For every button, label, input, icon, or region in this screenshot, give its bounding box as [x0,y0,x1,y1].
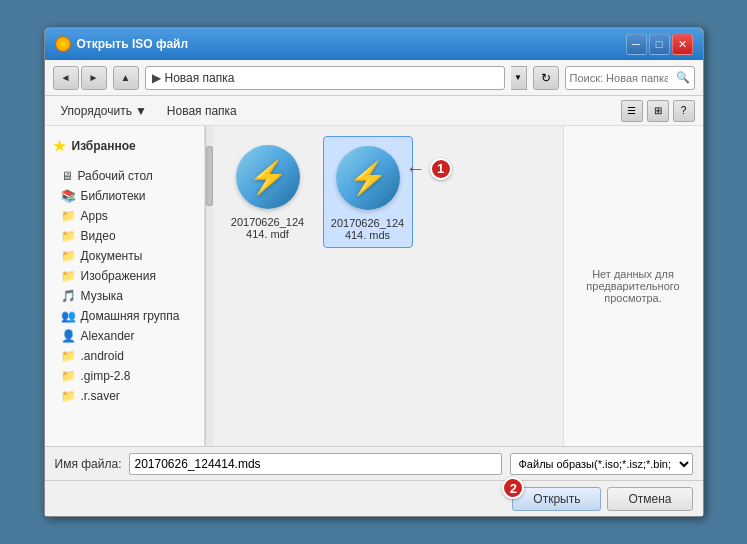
preview-panel: Нет данных для предварительного просмотр… [563,126,703,446]
favorites-section: ★ Избранное [45,134,204,158]
folder-icon-apps: 📁 [61,209,76,223]
file-icon-container-mdf [233,142,303,212]
file-icon-container-mds [333,143,403,213]
back-button[interactable]: ◄ [53,66,79,90]
sidebar-label-homegroup: Домашняя группа [81,309,180,323]
title-bar: Открыть ISO файл ─ □ ✕ [45,28,703,60]
monitor-icon: 🖥 [61,169,73,183]
preview-text: Нет данных для предварительного просмотр… [574,268,693,304]
nav-buttons: ◄ ► [53,66,107,90]
forward-button[interactable]: ► [81,66,107,90]
library-icon: 📚 [61,189,76,203]
sidebar-item-images[interactable]: 📁 Изображения [45,266,204,286]
help-button[interactable]: ? [673,100,695,122]
badge-1: 1 [430,158,452,180]
daemon-tools-icon-mds [336,146,400,210]
sidebar-label-gimp: .gimp-2.8 [81,369,131,383]
minimize-button[interactable]: ─ [626,34,647,55]
folder-icon-video: 📁 [61,229,76,243]
folder-icon-images: 📁 [61,269,76,283]
folder-icon-documents: 📁 [61,249,76,263]
file-item-mdf[interactable]: 20170626_124414. mdf [223,136,313,248]
sidebar-item-gimp[interactable]: 📁 .gimp-2.8 [45,366,204,386]
dialog-title: Открыть ISO файл [77,37,189,51]
favorites-label: Избранное [72,139,136,153]
open-btn-container: Открыть 2 [512,487,601,510]
sidebar-label-rsaver: .r.saver [81,389,120,403]
action-bar: Открыть 2 Отмена [45,480,703,516]
sidebar-item-libraries[interactable]: 📚 Библиотеки [45,186,204,206]
folder-icon-android: 📁 [61,349,76,363]
filename-bar: Имя файла: Файлы образы(*.iso;*.isz;*.bi… [45,446,703,480]
sidebar-label-libraries: Библиотеки [81,189,146,203]
sidebar-item-rsaver[interactable]: 📁 .r.saver [45,386,204,406]
scroll-thumb[interactable] [206,146,213,206]
toolbar-left: Упорядочить ▼ Новая папка [53,102,245,120]
view-options-button[interactable]: ☰ [621,100,643,122]
sidebar: ★ Избранное 🖥 Рабочий стол 📚 Библиотеки … [45,126,205,446]
new-folder-label: Новая папка [167,104,237,118]
sidebar-label-documents: Документы [81,249,143,263]
title-bar-left: Открыть ISO файл [55,36,189,52]
filename-label: Имя файла: [55,457,122,471]
arrow-icon: ← [406,157,426,180]
sidebar-label-apps: Apps [81,209,108,223]
sidebar-item-alexander[interactable]: 👤 Alexander [45,326,204,346]
sidebar-scrollbar[interactable] [205,126,213,446]
search-input[interactable] [566,72,672,84]
refresh-button[interactable]: ↻ [533,66,559,90]
sidebar-label-images: Изображения [81,269,156,283]
content-area: ★ Избранное 🖥 Рабочий стол 📚 Библиотеки … [45,126,703,446]
organize-arrow: ▼ [135,104,147,118]
folder-icon-rsaver: 📁 [61,389,76,403]
homegroup-icon: 👥 [61,309,76,323]
sidebar-label-android: .android [81,349,124,363]
folder-icon-gimp: 📁 [61,369,76,383]
file-area: 20170626_124414. mdf 20170626_124414. md… [213,126,563,446]
toolbar: Упорядочить ▼ Новая папка ☰ ⊞ ? [45,96,703,126]
music-icon: 🎵 [61,289,76,303]
path-arrow: ▶ [152,71,161,85]
organize-label: Упорядочить [61,104,132,118]
toolbar-right: ☰ ⊞ ? [621,100,695,122]
maximize-button[interactable]: □ [649,34,670,55]
sidebar-item-music[interactable]: 🎵 Музыка [45,286,204,306]
cancel-button[interactable]: Отмена [607,487,692,511]
path-text: Новая папка [165,71,235,85]
daemon-tools-icon-mdf [236,145,300,209]
sidebar-label-desktop: Рабочий стол [78,169,153,183]
address-path[interactable]: ▶ Новая папка [145,66,505,90]
file-name-mds: 20170626_124414. mds [330,217,406,241]
close-button[interactable]: ✕ [672,34,693,55]
search-box: 🔍 [565,66,695,90]
sidebar-item-homegroup[interactable]: 👥 Домашняя группа [45,306,204,326]
address-bar: ◄ ► ▲ ▶ Новая папка ▼ ↻ 🔍 [45,60,703,96]
filetype-select[interactable]: Файлы образы(*.iso;*.isz;*.bin; [510,453,693,475]
sidebar-item-android[interactable]: 📁 .android [45,346,204,366]
view-details-button[interactable]: ⊞ [647,100,669,122]
organize-button[interactable]: Упорядочить ▼ [53,102,155,120]
address-dropdown[interactable]: ▼ [511,66,527,90]
file-name-mdf: 20170626_124414. mdf [229,216,307,240]
sidebar-label-music: Музыка [81,289,123,303]
sidebar-label-video: Видео [81,229,116,243]
sidebar-item-video[interactable]: 📁 Видео [45,226,204,246]
new-folder-button[interactable]: Новая папка [159,102,245,120]
file-item-mds[interactable]: 20170626_124414. mds ← 1 [323,136,413,248]
sidebar-item-desktop[interactable]: 🖥 Рабочий стол [45,166,204,186]
star-icon: ★ [53,138,66,154]
sidebar-item-apps[interactable]: 📁 Apps [45,206,204,226]
window-controls: ─ □ ✕ [626,34,693,55]
user-icon: 👤 [61,329,76,343]
filename-input[interactable] [129,453,501,475]
open-button[interactable]: Открыть [512,487,601,511]
favorites-header: ★ Избранное [45,134,204,158]
search-icon: 🔍 [672,71,694,84]
up-button[interactable]: ▲ [113,66,139,90]
sidebar-item-documents[interactable]: 📁 Документы [45,246,204,266]
open-file-dialog: Открыть ISO файл ─ □ ✕ ◄ ► ▲ ▶ Новая пап… [44,27,704,517]
sidebar-label-alexander: Alexander [81,329,135,343]
dialog-icon [55,36,71,52]
arrow-annotation: ← 1 [406,157,452,180]
